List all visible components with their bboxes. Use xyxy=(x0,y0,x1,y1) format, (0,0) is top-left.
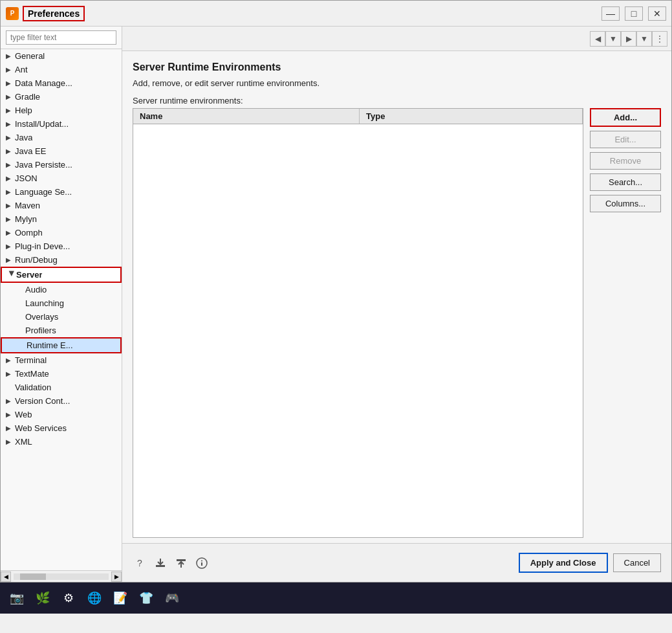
sidebar-item-label: Run/Debug xyxy=(15,255,58,265)
arrow-icon: ▶ xyxy=(6,66,15,73)
info-icon[interactable] xyxy=(195,556,209,570)
remove-button[interactable]: Remove xyxy=(590,152,661,170)
sidebar-item-label: Mylyn xyxy=(15,214,37,224)
sidebar-item-general[interactable]: ▶ General xyxy=(1,49,122,63)
sidebar-item-label: Help xyxy=(15,106,32,115)
sidebar-item-server[interactable]: ▶ Server xyxy=(1,267,122,283)
columns-button[interactable]: Columns... xyxy=(590,195,661,212)
arrow-icon: ▶ xyxy=(6,425,15,432)
table-wrapper: Name Type Add... Edit... Remove Search..… xyxy=(133,108,661,538)
taskbar-icon-7[interactable]: 🎮 xyxy=(162,588,182,608)
add-button[interactable]: Add... xyxy=(590,108,661,127)
taskbar-icon-4[interactable]: 🌐 xyxy=(84,588,105,608)
import-icon[interactable] xyxy=(174,556,188,570)
sidebar-item-help[interactable]: ▶ Help xyxy=(1,104,122,117)
sidebar-item-label: Oomph xyxy=(15,228,43,238)
sidebar-item-server-runtime[interactable]: Runtime E... xyxy=(1,337,122,353)
close-button[interactable]: ✕ xyxy=(648,6,666,21)
forward-button[interactable]: ▶ xyxy=(621,31,636,47)
search-button[interactable]: Search... xyxy=(590,173,661,191)
sidebar-item-label: Profilers xyxy=(25,326,56,335)
arrow-icon: ▶ xyxy=(6,80,15,87)
taskbar-icon-2[interactable]: 🌿 xyxy=(32,588,53,608)
sidebar-item-terminal[interactable]: ▶ Terminal xyxy=(1,353,122,367)
sidebar-item-web[interactable]: ▶ Web xyxy=(1,408,122,421)
sidebar-item-version-control[interactable]: ▶ Version Cont... xyxy=(1,394,122,408)
scroll-thumb[interactable] xyxy=(20,573,46,580)
back-arrow-dropdown[interactable]: ▼ xyxy=(605,31,621,47)
scroll-track[interactable] xyxy=(14,573,109,580)
sidebar-item-java[interactable]: ▶ Java xyxy=(1,131,122,144)
sidebar-item-label: Java Persiste... xyxy=(15,160,72,170)
sidebar-item-server-profilers[interactable]: Profilers xyxy=(1,324,122,337)
cancel-button[interactable]: Cancel xyxy=(613,553,661,572)
svg-point-4 xyxy=(201,560,202,561)
nav-arrows: ◀ ▼ ▶ ▼ ⋮ xyxy=(590,31,667,47)
sidebar-item-oomph[interactable]: ▶ Oomph xyxy=(1,226,122,239)
sidebar-item-maven[interactable]: ▶ Maven xyxy=(1,199,122,212)
sidebar-item-server-audio[interactable]: Audio xyxy=(1,283,122,296)
sidebar-item-validation[interactable]: Validation xyxy=(1,381,122,394)
taskbar-icon-1[interactable]: 📷 xyxy=(6,588,27,608)
arrow-icon: ▶ xyxy=(6,256,15,263)
sidebar-item-label: Install/Updat... xyxy=(15,119,69,129)
edit-button[interactable]: Edit... xyxy=(590,131,661,148)
forward-arrow-dropdown[interactable]: ▼ xyxy=(636,31,652,47)
table-body[interactable] xyxy=(133,124,583,536)
menu-button[interactable]: ⋮ xyxy=(652,31,667,47)
sidebar-item-json[interactable]: ▶ JSON xyxy=(1,172,122,185)
table-area: Name Type xyxy=(133,108,583,538)
sidebar-item-label: JSON xyxy=(15,173,38,183)
right-panel: ◀ ▼ ▶ ▼ ⋮ Server Runtime Environments Ad… xyxy=(122,27,671,582)
sidebar-item-label: General xyxy=(15,51,45,61)
sidebar-item-label: Ant xyxy=(15,65,28,74)
table-header: Name Type xyxy=(133,109,583,124)
title-bar: P Preferences — □ ✕ xyxy=(1,1,671,27)
action-buttons: Add... Edit... Remove Search... Columns.… xyxy=(590,108,661,538)
sidebar-item-run-debug[interactable]: ▶ Run/Debug xyxy=(1,253,122,267)
taskbar-icon-3[interactable]: ⚙ xyxy=(58,588,79,608)
sidebar-item-gradle[interactable]: ▶ Gradle xyxy=(1,90,122,104)
arrow-icon: ▶ xyxy=(6,411,15,418)
arrow-icon: ▶ xyxy=(6,93,15,100)
sidebar-item-mylyn[interactable]: ▶ Mylyn xyxy=(1,212,122,226)
sidebar-item-label: TextMate xyxy=(15,369,49,379)
scroll-left-btn[interactable]: ◀ xyxy=(1,572,11,582)
sidebar-item-java-ee[interactable]: ▶ Java EE xyxy=(1,144,122,158)
taskbar-icon-5[interactable]: 📝 xyxy=(110,588,131,608)
sidebar-item-data-management[interactable]: ▶ Data Manage... xyxy=(1,76,122,90)
sidebar-item-label: Gradle xyxy=(15,92,40,102)
sidebar-item-server-overlays[interactable]: Overlays xyxy=(1,310,122,324)
horizontal-scrollbar[interactable]: ◀ ▶ xyxy=(1,570,122,582)
sidebar-item-server-launching[interactable]: Launching xyxy=(1,296,122,310)
minimize-button[interactable]: — xyxy=(602,6,620,21)
sidebar-item-install-update[interactable]: ▶ Install/Updat... xyxy=(1,117,122,131)
sidebar-item-label: Web xyxy=(15,410,32,419)
filter-input[interactable] xyxy=(6,30,116,45)
sidebar-item-label: Plug-in Deve... xyxy=(15,241,70,251)
panel-title: Server Runtime Environments xyxy=(133,61,661,73)
sidebar-item-web-services[interactable]: ▶ Web Services xyxy=(1,421,122,435)
scroll-right-btn[interactable]: ▶ xyxy=(111,572,122,582)
back-button[interactable]: ◀ xyxy=(590,31,605,47)
help-icon[interactable]: ? xyxy=(133,556,147,570)
taskbar-icon-6[interactable]: 👕 xyxy=(136,588,157,608)
sidebar-item-textmate[interactable]: ▶ TextMate xyxy=(1,367,122,381)
tree-scroll[interactable]: ▶ General ▶ Ant ▶ Data Manage... ▶ Gradl… xyxy=(1,49,122,570)
sidebar-item-plugin-development[interactable]: ▶ Plug-in Deve... xyxy=(1,239,122,253)
sidebar-item-xml[interactable]: ▶ XML xyxy=(1,435,122,449)
arrow-icon: ▶ xyxy=(6,148,15,155)
sidebar-item-label: Overlays xyxy=(25,312,58,322)
main-content: ▶ General ▶ Ant ▶ Data Manage... ▶ Gradl… xyxy=(1,27,671,582)
sidebar-item-java-persistence[interactable]: ▶ Java Persiste... xyxy=(1,158,122,172)
maximize-button[interactable]: □ xyxy=(625,6,643,21)
arrow-icon: ▶ xyxy=(6,107,15,114)
sidebar-item-ant[interactable]: ▶ Ant xyxy=(1,63,122,76)
sidebar-item-label: Maven xyxy=(15,201,40,210)
export-icon[interactable] xyxy=(153,556,168,570)
window-controls: — □ ✕ xyxy=(602,6,666,21)
apply-close-button[interactable]: Apply and Close xyxy=(519,553,608,573)
sidebar-item-language-servers[interactable]: ▶ Language Se... xyxy=(1,185,122,199)
arrow-icon: ▶ xyxy=(6,52,15,60)
sidebar-item-label: Web Services xyxy=(15,423,67,433)
